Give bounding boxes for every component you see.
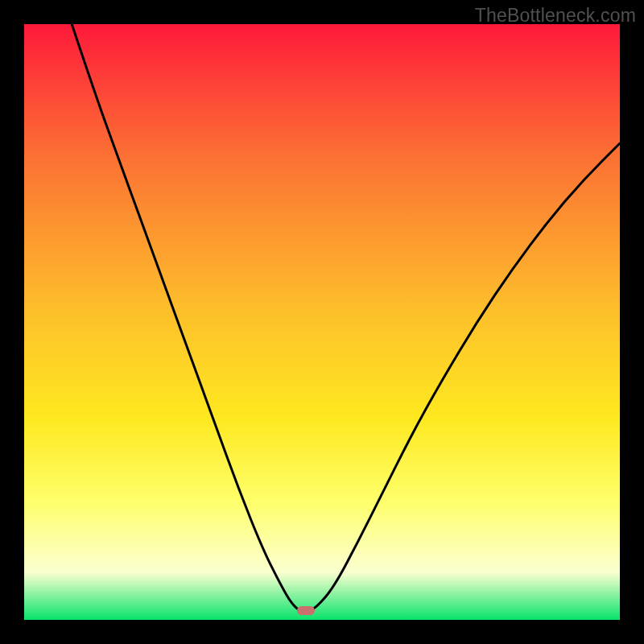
watermark-text: TheBottleneck.com [475, 5, 636, 27]
plot-svg [24, 24, 620, 620]
chart-frame: TheBottleneck.com [0, 0, 644, 644]
gradient-background [24, 24, 620, 620]
minimum-marker [297, 606, 315, 615]
plot-area [24, 24, 620, 620]
